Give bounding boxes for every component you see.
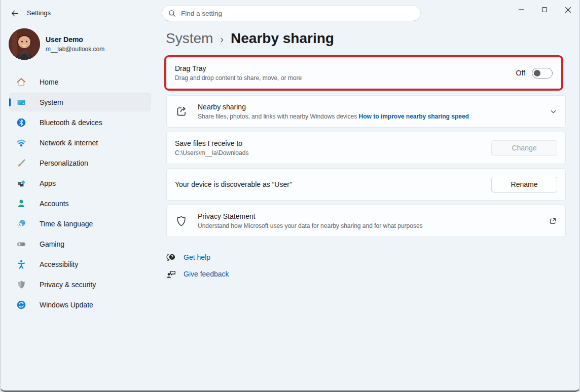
discoverable-title: Your device is discoverable as “User” xyxy=(175,180,491,188)
app-title: Settings xyxy=(27,9,51,17)
maximize-icon xyxy=(541,7,548,13)
profile-text: User Demo m__lab@outlook.com xyxy=(46,35,104,53)
discoverable-text: Your device is discoverable as “User” xyxy=(175,180,491,188)
sidebar-item-label: Windows Update xyxy=(40,301,93,309)
sidebar-item-label: Personalization xyxy=(40,159,88,167)
network-icon xyxy=(16,138,26,148)
sidebar-item-label: Privacy & security xyxy=(40,281,96,289)
drag-tray-toggle-zone: Off xyxy=(516,68,553,79)
get-help-link[interactable]: ? Get help xyxy=(166,252,210,262)
settings-window: Settings xyxy=(0,0,580,392)
sidebar-item-privacy-security[interactable]: Privacy & security xyxy=(9,276,151,294)
titlebar: Settings xyxy=(1,0,579,24)
sidebar-item-accessibility[interactable]: Accessibility xyxy=(9,255,151,273)
gaming-icon xyxy=(16,239,26,249)
apps-icon xyxy=(16,178,26,188)
sidebar-item-network-internet[interactable]: Network & internet xyxy=(9,134,151,152)
discoverable-card: Your device is discoverable as “User” Re… xyxy=(166,168,566,201)
sidebar-item-gaming[interactable]: Gaming xyxy=(9,235,151,253)
sidebar-item-windows-update[interactable]: Windows Update xyxy=(9,296,151,314)
sidebar-item-home[interactable]: Home xyxy=(9,73,151,91)
sidebar-item-label: Bluetooth & devices xyxy=(40,119,102,127)
annotation-highlight-box: Drag Tray Drag and drop content to share… xyxy=(164,55,563,91)
user-profile[interactable]: User Demo m__lab@outlook.com xyxy=(9,28,104,60)
windows-update-icon xyxy=(16,300,26,310)
profile-email: m__lab@outlook.com xyxy=(46,46,104,53)
close-icon xyxy=(565,7,571,13)
sidebar-item-system[interactable]: System xyxy=(9,93,151,111)
privacy-statement-card[interactable]: Privacy Statement Understand how Microso… xyxy=(166,205,566,237)
give-feedback-label: Give feedback xyxy=(184,270,229,278)
drag-tray-description: Drag and drop content to share, move, or… xyxy=(175,74,516,82)
sidebar-item-label: Accessibility xyxy=(40,260,78,268)
toggle-knob xyxy=(534,70,540,76)
breadcrumb-separator-icon: › xyxy=(220,33,224,45)
breadcrumb-parent[interactable]: System xyxy=(166,30,213,47)
back-button[interactable] xyxy=(8,7,20,19)
main-content: System › Nearby sharing Drag Tray Drag a… xyxy=(166,24,567,392)
toggle-state-label: Off xyxy=(516,69,525,77)
rename-button[interactable]: Rename xyxy=(491,177,557,192)
drag-tray-title: Drag Tray xyxy=(175,64,516,72)
drag-tray-card: Drag Tray Drag and drop content to share… xyxy=(166,57,561,89)
sidebar-item-accounts[interactable]: Accounts xyxy=(9,194,151,213)
nearby-sharing-description: Share files, photos, and links with near… xyxy=(198,113,543,120)
close-button[interactable] xyxy=(556,0,579,19)
system-icon xyxy=(16,97,26,107)
sidebar-item-personalization[interactable]: Personalization xyxy=(9,154,151,172)
sidebar-item-bluetooth-devices[interactable]: Bluetooth & devices xyxy=(9,113,151,132)
search-icon xyxy=(168,10,176,17)
window-controls xyxy=(510,0,579,19)
drag-tray-text: Drag Tray Drag and drop content to share… xyxy=(175,64,516,82)
minimize-icon xyxy=(518,7,524,13)
sidebar-item-label: System xyxy=(40,98,63,106)
nearby-sharing-text: Nearby sharing Share files, photos, and … xyxy=(198,103,543,120)
save-files-path: C:\Users\m__la\Downloads xyxy=(175,149,491,156)
page-title: Nearby sharing xyxy=(231,30,334,47)
home-icon xyxy=(16,77,26,87)
back-arrow-icon xyxy=(10,9,19,18)
accounts-icon xyxy=(16,199,26,209)
sidebar-item-time-language[interactable]: Time & language xyxy=(9,215,151,233)
drag-tray-toggle[interactable] xyxy=(532,68,553,79)
external-link-icon xyxy=(549,217,557,225)
save-files-text: Save files I receive to C:\Users\m__la\D… xyxy=(175,139,491,156)
search-box[interactable] xyxy=(162,5,421,21)
maximize-button[interactable] xyxy=(533,0,556,19)
chevron-down-icon[interactable] xyxy=(550,108,557,115)
personalization-icon xyxy=(16,158,26,168)
privacy-security-icon xyxy=(16,280,26,290)
search-input[interactable] xyxy=(181,10,414,17)
nearby-sharing-description-text: Share files, photos, and links with near… xyxy=(198,113,357,120)
sidebar-item-apps[interactable]: Apps xyxy=(9,174,151,192)
time-language-icon xyxy=(16,219,26,229)
save-files-card: Save files I receive to C:\Users\m__la\D… xyxy=(166,132,566,164)
help-icon: ? xyxy=(166,252,177,262)
accessibility-icon xyxy=(16,259,26,269)
sidebar-item-label: Apps xyxy=(40,179,56,187)
nearby-sharing-title: Nearby sharing xyxy=(198,103,543,111)
privacy-statement-title: Privacy Statement xyxy=(198,212,542,220)
nearby-sharing-card[interactable]: Nearby sharing Share files, photos, and … xyxy=(166,95,566,128)
shield-outline-icon xyxy=(175,215,188,227)
profile-name: User Demo xyxy=(46,35,104,44)
give-feedback-link[interactable]: Give feedback xyxy=(166,269,229,279)
svg-text:?: ? xyxy=(171,254,173,259)
avatar xyxy=(9,28,40,60)
minimize-button[interactable] xyxy=(510,0,533,19)
improve-sharing-speed-link[interactable]: How to improve nearby sharing speed xyxy=(359,113,469,120)
save-files-title: Save files I receive to xyxy=(175,139,491,147)
sidebar-nav: Home System Bluetooth & devices Network … xyxy=(9,73,151,316)
breadcrumb: System › Nearby sharing xyxy=(166,30,334,47)
privacy-statement-text: Privacy Statement Understand how Microso… xyxy=(198,212,542,229)
sidebar-item-label: Network & internet xyxy=(40,139,98,147)
share-icon xyxy=(175,105,188,118)
privacy-statement-description: Understand how Microsoft uses your data … xyxy=(198,222,542,229)
feedback-icon xyxy=(166,269,177,279)
sidebar-item-label: Accounts xyxy=(40,200,69,208)
sidebar-item-label: Home xyxy=(40,78,58,86)
sidebar-item-label: Time & language xyxy=(40,220,93,228)
bluetooth-icon xyxy=(16,117,26,128)
change-button[interactable]: Change xyxy=(491,140,557,156)
sidebar-item-label: Gaming xyxy=(40,240,64,248)
